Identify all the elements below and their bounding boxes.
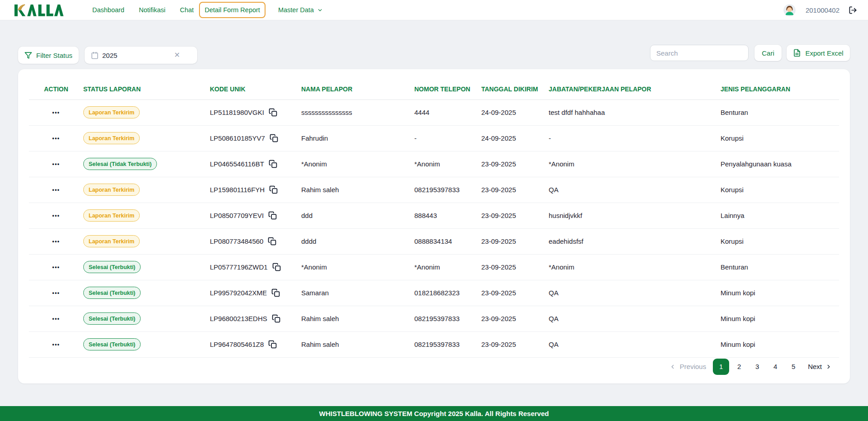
jenis-pelanggaran-value: Minum kopi	[721, 280, 839, 306]
export-excel-button[interactable]: Export Excel	[787, 45, 850, 61]
copy-icon[interactable]	[268, 237, 276, 246]
user-id: 201000402	[806, 6, 840, 14]
nomor-telepon-value: 082195397833	[414, 177, 481, 203]
col-action: ACTION	[29, 69, 83, 99]
nav-notifikasi[interactable]: Notifikasi	[139, 6, 166, 14]
status-cell: Selesai (Terbukti)	[83, 306, 210, 331]
tanggal-dikirim-value: 23-09-2025	[481, 203, 549, 228]
kode-unik-value: LP05777196ZWD1	[210, 263, 268, 271]
status-badge: Selesai (Terbukti)	[83, 261, 141, 273]
nav-detail-form-report[interactable]: Detail Form Report	[199, 2, 265, 18]
cari-button[interactable]: Cari	[754, 45, 782, 61]
col-jabatan-pekerjaan-pelapor: JABATAN/PEKERJAAN PELAPOR	[549, 69, 721, 99]
report-table-card: ACTION STATUS LAPORAN KODE UNIK NAMA PEL…	[18, 69, 850, 383]
filter-status-button[interactable]: Filter Status	[18, 47, 79, 64]
kode-cell: LP080773484560	[210, 228, 301, 254]
jenis-pelanggaran-value: Korupsi	[721, 228, 839, 254]
tanggal-dikirim-value: 23-09-2025	[481, 280, 549, 306]
jenis-pelanggaran-value: Minum kopi	[721, 306, 839, 331]
status-cell: Laporan Terkirim	[83, 99, 210, 125]
pagination-pages: 12345	[711, 359, 802, 375]
row-actions-button[interactable]: •••	[29, 151, 83, 177]
copy-icon[interactable]	[272, 314, 280, 323]
copy-icon[interactable]	[268, 340, 277, 349]
row-actions-button[interactable]: •••	[29, 228, 83, 254]
table-row: ••• Laporan Terkirim LP080773484560 dddd	[29, 228, 839, 254]
kode-cell: LP9647805461Z8	[210, 331, 301, 357]
status-badge: Selesai (Terbukti)	[83, 338, 141, 350]
copy-icon[interactable]	[271, 289, 280, 297]
kode-cell: LP0465546116BT	[210, 151, 301, 177]
nomor-telepon-value: 4444	[414, 99, 481, 125]
status-badge: Laporan Terkirim	[83, 209, 140, 222]
search-input[interactable]	[650, 45, 749, 61]
row-actions-button[interactable]: •••	[29, 203, 83, 228]
nama-pelapor-value: Rahim saleh	[301, 177, 414, 203]
avatar-icon	[783, 4, 796, 16]
jabatan-value: QA	[549, 280, 721, 306]
nav-dashboard[interactable]: Dashboard	[92, 6, 124, 14]
copy-icon[interactable]	[272, 263, 281, 271]
footer-copyright: WHISTLEBLOWING SYSTEM Copyright 2025 Kal…	[319, 410, 549, 417]
report-table: ACTION STATUS LAPORAN KODE UNIK NAMA PEL…	[29, 69, 839, 358]
jabatan-value: *Anonim	[549, 254, 721, 280]
kode-unik-value: LP0465546116BT	[210, 160, 264, 168]
kode-cell: LP51181980VGKI	[210, 99, 301, 125]
jenis-pelanggaran-value: Korupsi	[721, 125, 839, 151]
page-number[interactable]: 5	[785, 359, 802, 375]
status-badge: Laporan Terkirim	[83, 184, 140, 196]
logout-button[interactable]	[849, 6, 857, 14]
status-badge: Laporan Terkirim	[83, 235, 140, 247]
status-cell: Laporan Terkirim	[83, 125, 210, 151]
row-actions-button[interactable]: •••	[29, 331, 83, 357]
status-badge: Laporan Terkirim	[83, 106, 140, 118]
row-actions-button[interactable]: •••	[29, 280, 83, 306]
table-body: ••• Laporan Terkirim LP51181980VGKI ssss…	[29, 99, 839, 357]
tanggal-dikirim-value: 24-09-2025	[481, 125, 549, 151]
kode-unik-value: LP08507709YEVI	[210, 212, 264, 219]
tanggal-dikirim-value: 23-09-2025	[481, 177, 549, 203]
year-filter[interactable]: 2025 ✕	[85, 47, 197, 64]
status-cell: Laporan Terkirim	[83, 203, 210, 228]
copy-icon[interactable]	[268, 211, 277, 220]
nav-chat[interactable]: Chat	[180, 6, 194, 14]
copy-icon[interactable]	[269, 160, 277, 168]
col-nama-pelapor: NAMA PELAPOR	[301, 69, 414, 99]
jabatan-value: husnidjvkkf	[549, 203, 721, 228]
table-row: ••• Laporan Terkirim LP159801116FYH Rahi…	[29, 177, 839, 203]
row-actions-button[interactable]: •••	[29, 306, 83, 331]
clear-year-filter-icon[interactable]: ✕	[174, 52, 180, 59]
row-actions-button[interactable]: •••	[29, 254, 83, 280]
page-number[interactable]: 2	[731, 359, 747, 375]
copy-icon[interactable]	[269, 185, 278, 194]
copy-icon[interactable]	[270, 134, 278, 142]
row-actions-button[interactable]: •••	[29, 177, 83, 203]
kalla-logo[interactable]	[14, 4, 64, 16]
page-number[interactable]: 3	[749, 359, 765, 375]
nama-pelapor-value: Fahrudin	[301, 125, 414, 151]
nomor-telepon-value: 888443	[414, 203, 481, 228]
kode-unik-value: LP159801116FYH	[210, 186, 265, 194]
tanggal-dikirim-value: 23-09-2025	[481, 331, 549, 357]
kode-unik-value: LP508610185YV7	[210, 134, 265, 142]
row-actions-button[interactable]: •••	[29, 125, 83, 151]
status-cell: Selesai (Terbukti)	[83, 331, 210, 357]
year-filter-value: 2025	[102, 52, 117, 59]
pagination-previous[interactable]: Previous	[669, 363, 706, 370]
row-actions-button[interactable]: •••	[29, 99, 83, 125]
calendar-icon	[91, 52, 99, 59]
jabatan-value: QA	[549, 331, 721, 357]
page-number[interactable]: 4	[767, 359, 783, 375]
copy-icon[interactable]	[269, 108, 277, 117]
main-nav: Dashboard Notifikasi Chat Detail Form Re…	[92, 2, 323, 18]
tanggal-dikirim-value: 23-09-2025	[481, 151, 549, 177]
nav-master-data[interactable]: Master Data	[278, 6, 323, 14]
page-number[interactable]: 1	[713, 359, 729, 375]
table-row: ••• Selesai (Terbukti) LP96800213EDHS Ra…	[29, 306, 839, 331]
col-nomor-telepon: NOMOR TELEPON	[414, 69, 481, 99]
kode-cell: LP08507709YEVI	[210, 203, 301, 228]
table-row: ••• Laporan Terkirim LP08507709YEVI ddd	[29, 203, 839, 228]
nomor-telepon-value: 018218682323	[414, 280, 481, 306]
pagination-next[interactable]: Next	[808, 363, 832, 370]
avatar[interactable]	[783, 4, 796, 16]
